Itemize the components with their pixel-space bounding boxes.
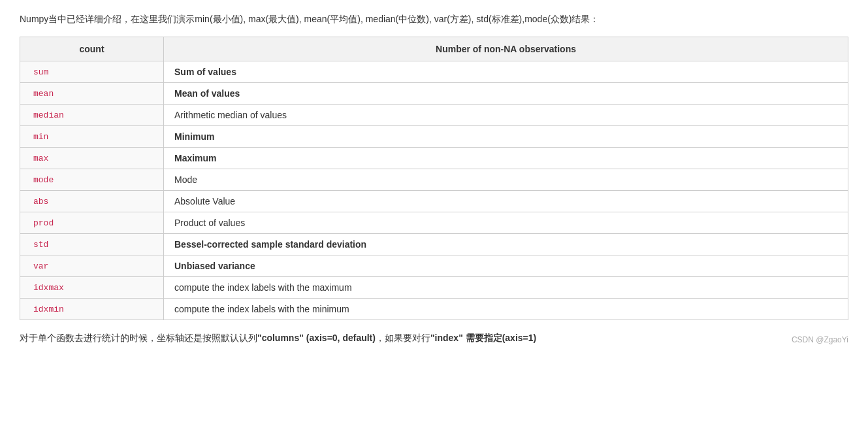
desc-cell: Mode bbox=[164, 169, 848, 191]
desc-cell: Absolute Value bbox=[164, 191, 848, 212]
func-cell: abs bbox=[20, 191, 164, 212]
desc-cell: Bessel-corrected sample standard deviati… bbox=[164, 234, 848, 255]
desc-cell: Arithmetic median of values bbox=[164, 105, 848, 126]
func-cell: idxmin bbox=[20, 299, 164, 320]
desc-cell: Mean of values bbox=[164, 83, 848, 105]
col1-header: count bbox=[20, 37, 164, 61]
func-cell: median bbox=[20, 105, 164, 126]
main-table: count Number of non-NA observations sumS… bbox=[20, 37, 848, 320]
desc-cell: Product of values bbox=[164, 212, 848, 234]
desc-cell: Sum of values bbox=[164, 61, 848, 83]
desc-cell: Maximum bbox=[164, 148, 848, 169]
desc-cell: compute the index labels with the minimu… bbox=[164, 299, 848, 320]
func-cell: mode bbox=[20, 169, 164, 191]
func-cell: sum bbox=[20, 61, 164, 83]
table-row: medianArithmetic median of values bbox=[20, 105, 848, 126]
table-row: idxmincompute the index labels with the … bbox=[20, 299, 848, 320]
table-row: maxMaximum bbox=[20, 148, 848, 169]
footer-bold2: "index" 需要指定(axis=1) bbox=[430, 333, 536, 343]
table-row: sumSum of values bbox=[20, 61, 848, 83]
table-row: varUnbiased variance bbox=[20, 255, 848, 277]
table-row: minMinimum bbox=[20, 126, 848, 148]
table-row: idxmaxcompute the index labels with the … bbox=[20, 277, 848, 299]
footer-mid: ，如果要对行 bbox=[376, 333, 430, 343]
desc-cell: Minimum bbox=[164, 126, 848, 148]
footer-bold1: "columns" (axis=0, default) bbox=[257, 333, 376, 343]
intro-text: Numpy当中已经详细介绍，在这里我们演示min(最小值), max(最大值),… bbox=[20, 12, 848, 26]
table-row: modeMode bbox=[20, 169, 848, 191]
func-cell: mean bbox=[20, 83, 164, 105]
func-cell: prod bbox=[20, 212, 164, 234]
desc-cell: compute the index labels with the maximu… bbox=[164, 277, 848, 299]
table-row: meanMean of values bbox=[20, 83, 848, 105]
func-cell: std bbox=[20, 234, 164, 255]
desc-cell: Unbiased variance bbox=[164, 255, 848, 277]
table-row: prodProduct of values bbox=[20, 212, 848, 234]
func-cell: min bbox=[20, 126, 164, 148]
table-row: absAbsolute Value bbox=[20, 191, 848, 212]
footer-pre: 对于单个函数去进行统计的时候，坐标轴还是按照默认认列 bbox=[20, 333, 257, 343]
func-cell: idxmax bbox=[20, 277, 164, 299]
watermark: CSDN @ZgaoYi bbox=[792, 333, 848, 346]
footer-text: 对于单个函数去进行统计的时候，坐标轴还是按照默认认列"columns" (axi… bbox=[20, 331, 848, 346]
func-cell: var bbox=[20, 255, 164, 277]
func-cell: max bbox=[20, 148, 164, 169]
table-row: stdBessel-corrected sample standard devi… bbox=[20, 234, 848, 255]
col2-header: Number of non-NA observations bbox=[164, 37, 848, 61]
